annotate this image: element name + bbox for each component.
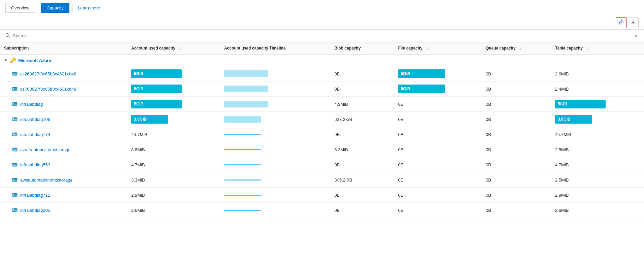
svg-rect-5 <box>13 73 14 73</box>
svg-rect-30 <box>13 149 14 149</box>
account-name[interactable]: infralabdiag774 <box>20 132 50 137</box>
col-header-timeline[interactable]: Account used capacity Timeline <box>220 42 330 54</box>
file-capacity-cell: 5GiB <box>394 82 482 97</box>
svg-rect-25 <box>13 133 14 134</box>
table-capacity-cell: 2.5MiB <box>551 172 644 188</box>
col-header-queue-capacity[interactable]: Queue capacity ↑↓ <box>482 42 551 54</box>
table-row: infralabdiag774 44.7MiB0B0B0B44.7MiB <box>0 127 644 142</box>
svg-rect-20 <box>13 118 14 119</box>
timeline-bar <box>224 70 268 77</box>
blob-capacity-cell: 627.2KiB <box>330 112 394 127</box>
table-row: infralabdiag106 3.8GiB627.2KiB0B0B3.8GiB <box>0 112 644 127</box>
account-name[interactable]: awsautomationomsstorage <box>20 177 72 183</box>
account-name[interactable]: infralabdiag553 <box>20 162 50 167</box>
sort-icon-account-capacity: ↑↓ <box>178 46 181 50</box>
queue-capacity-cell: 0B <box>482 127 551 142</box>
account-name[interactable]: infralabdiag <box>20 102 43 107</box>
table-row: infralabdiag712 2.9MiB0B0B0B2.9MiB <box>0 188 644 203</box>
blob-capacity-cell: 0B <box>330 127 394 142</box>
capacity-bar: 5GiB <box>131 69 182 78</box>
file-capacity-cell: 0B <box>394 188 482 203</box>
col-header-file-capacity[interactable]: File capacity ↑↓ <box>394 42 482 54</box>
storage-icon <box>12 101 18 107</box>
svg-rect-52 <box>13 211 16 211</box>
learn-more-link[interactable]: Learn more <box>75 3 103 12</box>
svg-rect-17 <box>13 105 16 105</box>
svg-rect-45 <box>13 194 14 195</box>
nav-separator-2 <box>72 4 72 12</box>
queue-capacity-cell: 0B <box>482 157 551 172</box>
account-cell: cs768627f8c65b8x4601xb48 <box>4 86 123 92</box>
svg-rect-51 <box>13 210 17 210</box>
search-clear-button[interactable]: × <box>633 33 639 39</box>
capacity-table: Subscription ↑↓ Account used capacity ↑↓… <box>0 42 644 218</box>
svg-rect-42 <box>13 181 16 181</box>
pin-button[interactable] <box>616 18 626 28</box>
blob-capacity-value: 627.2KiB <box>334 117 352 122</box>
blob-capacity-cell: 0B <box>330 203 394 218</box>
timeline-bar-wrap <box>224 206 278 215</box>
group-key-icon: 🔑 <box>10 57 16 63</box>
file-capacity-cell: 0B <box>394 112 482 127</box>
svg-rect-37 <box>13 165 16 166</box>
timeline-bar-thin <box>224 134 261 135</box>
timeline-bar-wrap <box>224 115 278 124</box>
account-name[interactable]: azureautoacctomsstorage <box>20 147 71 152</box>
col-header-table-capacity[interactable]: Table capacity ↑↓ <box>551 42 644 54</box>
account-cell: infralabdiag712 <box>4 192 123 198</box>
svg-rect-46 <box>13 195 17 195</box>
account-name[interactable]: infralabdiag106 <box>20 117 50 122</box>
capacity-value: 3.3MiB <box>131 177 145 183</box>
queue-capacity-value: 0B <box>486 132 491 137</box>
capacity-bar: 5GiB <box>131 100 182 108</box>
svg-rect-12 <box>13 90 16 90</box>
pin-icon <box>618 20 624 26</box>
file-capacity-cell: 0B <box>394 203 482 218</box>
queue-capacity-cell: 0B <box>482 203 551 218</box>
timeline-bar-thin <box>224 195 261 196</box>
blob-capacity-cell: 0B <box>330 66 394 82</box>
table-capacity-value: 44.7MiB <box>555 132 571 137</box>
queue-capacity-value: 0B <box>486 162 491 167</box>
group-label-microsoft-azure[interactable]: Microsoft Azure <box>18 58 51 63</box>
col-header-account-used-capacity[interactable]: Account used capacity ↑↓ <box>127 42 220 54</box>
svg-rect-10 <box>13 88 14 89</box>
table-row: infralabdiag 5GiB4.9MiB0B0B5GiB <box>0 97 644 112</box>
file-capacity-value: 0B <box>398 193 403 198</box>
account-name[interactable]: cs768627f8c65b8x4601xb48 <box>20 87 76 92</box>
table-capacity-cell: 2.6MiB <box>551 203 644 218</box>
account-name[interactable]: infralabdiag205 <box>20 208 50 213</box>
timeline-bar-wrap <box>224 69 278 78</box>
download-button[interactable] <box>628 18 639 28</box>
timeline-bar-thin <box>224 149 261 150</box>
blob-capacity-cell: 0B <box>330 82 394 97</box>
account-name[interactable]: infralabdiag712 <box>20 193 50 198</box>
svg-rect-27 <box>13 135 16 135</box>
group-chevron-icon[interactable]: ▼ <box>4 58 8 62</box>
storage-icon <box>12 147 18 152</box>
timeline-bar-thin <box>224 180 261 181</box>
table-row: infralabdiag205 2.6MiB0B0B0B2.6MiB <box>0 203 644 218</box>
account-cell: infralabdiag553 <box>4 162 123 167</box>
queue-capacity-cell: 0B <box>482 188 551 203</box>
search-input[interactable] <box>13 33 633 38</box>
capacity-button[interactable]: Capacity <box>41 3 69 13</box>
table-capacity-cell: 5GiB <box>551 97 644 112</box>
table-row: cs268627f8c65b8x4601xb48 5GiB0B5GiB0B2.6… <box>0 66 644 82</box>
blob-capacity-value: 805.2KiB <box>334 177 352 183</box>
capacity-bar: 3.8GiB <box>131 115 168 124</box>
blob-capacity-cell: 0B <box>330 157 394 172</box>
sort-icon-table: ↑↓ <box>585 46 588 50</box>
table-capacity-value: 2.9MiB <box>555 193 569 198</box>
timeline-bar-wrap <box>224 175 278 184</box>
col-header-blob-capacity[interactable]: Blob capacity ↑↓ <box>330 42 394 54</box>
table-capacity-cell: 2.9MiB <box>551 188 644 203</box>
queue-capacity-cell: 0B <box>482 112 551 127</box>
col-header-subscription[interactable]: Subscription ↑↓ <box>0 42 127 54</box>
nav-separator-1 <box>38 4 38 12</box>
overview-button[interactable]: Overview <box>5 3 35 13</box>
storage-icon <box>12 132 18 137</box>
account-used-capacity-cell: 8.8MiB <box>127 142 220 157</box>
table-capacity-cell: 2.4MiB <box>551 82 644 97</box>
account-name[interactable]: cs268627f8c65b8x4601xb48 <box>20 71 76 76</box>
